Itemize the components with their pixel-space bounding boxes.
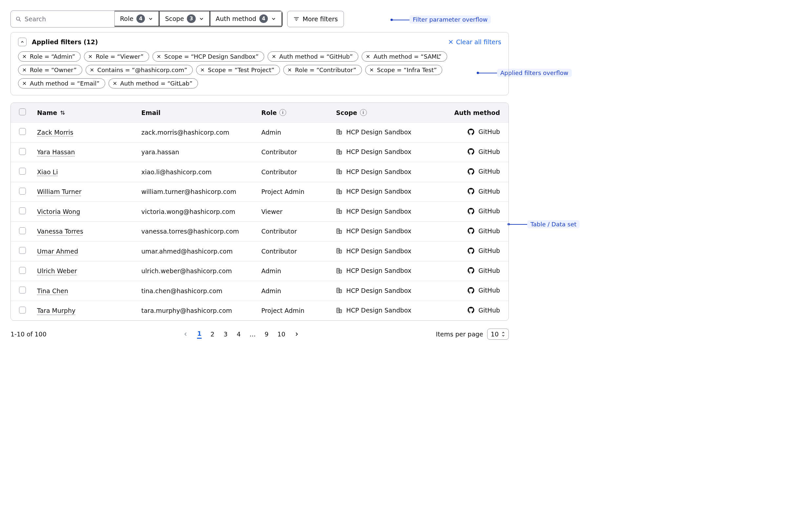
name-link[interactable]: Umar Ahmed bbox=[37, 248, 78, 255]
page-button[interactable]: 10 bbox=[277, 330, 285, 338]
applied-filters-panel: Applied filters (12) Clear all filters R… bbox=[11, 32, 509, 95]
info-icon: i bbox=[360, 109, 367, 116]
name-link[interactable]: Yara Hassan bbox=[37, 148, 75, 156]
svg-rect-48 bbox=[339, 171, 341, 174]
filter-chip[interactable]: Scope = “Test Project” bbox=[196, 65, 280, 75]
row-select-cell[interactable] bbox=[11, 162, 34, 182]
filter-chip[interactable]: Scope = “HCP Design Sandbox” bbox=[152, 52, 264, 62]
table-row: Zack Morriszack.morris@hashicorp.comAdmi… bbox=[11, 122, 508, 142]
filter-chip[interactable]: Role = “Owner” bbox=[18, 65, 82, 75]
cell-email: tara.murphy@hashicorp.com bbox=[138, 301, 258, 320]
row-select-cell[interactable] bbox=[11, 261, 34, 281]
filter-dropdown-scope[interactable]: Scope 3 bbox=[159, 11, 210, 26]
svg-rect-47 bbox=[337, 169, 339, 174]
name-link[interactable]: Ulrich Weber bbox=[37, 267, 77, 274]
filter-chip-label: Role = “Owner” bbox=[30, 66, 77, 73]
svg-rect-96 bbox=[337, 308, 339, 312]
select-all-header[interactable] bbox=[11, 103, 34, 122]
column-header-email[interactable]: Email bbox=[138, 103, 258, 122]
cell-name: Ulrich Weber bbox=[34, 261, 138, 281]
clear-all-filters-link[interactable]: Clear all filters bbox=[448, 38, 501, 45]
name-link[interactable]: Tara Murphy bbox=[37, 307, 75, 314]
name-link[interactable]: Tina Chen bbox=[37, 287, 68, 294]
row-select-cell[interactable] bbox=[11, 142, 34, 162]
cell-role: Admin bbox=[258, 122, 333, 142]
svg-rect-34 bbox=[339, 131, 341, 134]
cell-role: Contributor bbox=[258, 242, 333, 261]
filter-chip[interactable]: Auth method = “SAML” bbox=[362, 52, 447, 62]
applied-filters-title: Applied filters (12) bbox=[32, 38, 98, 45]
page-button[interactable]: 4 bbox=[236, 330, 241, 338]
filter-dropdown-auth-method[interactable]: Auth method 4 bbox=[210, 11, 282, 26]
filter-chip[interactable]: Auth method = “GitLab” bbox=[109, 78, 198, 89]
name-link[interactable]: Zack Morris bbox=[37, 129, 73, 136]
collapse-button[interactable] bbox=[18, 38, 26, 46]
page-button[interactable]: 3 bbox=[223, 330, 228, 338]
select-chevrons-icon bbox=[501, 331, 505, 337]
filter-chip[interactable]: Auth method = “Email” bbox=[18, 78, 105, 89]
close-icon bbox=[157, 54, 161, 59]
page-button[interactable]: 2 bbox=[210, 330, 215, 338]
cell-role: Project Admin bbox=[258, 182, 333, 202]
page-button[interactable]: 9 bbox=[264, 330, 269, 338]
row-select-cell[interactable] bbox=[11, 222, 34, 242]
column-header-auth[interactable]: Auth method bbox=[434, 103, 508, 122]
checkbox-icon bbox=[19, 307, 26, 314]
page-button[interactable]: 1 bbox=[197, 330, 202, 339]
cell-auth: GitHub bbox=[434, 261, 508, 281]
github-icon bbox=[468, 188, 474, 195]
row-select-cell[interactable] bbox=[11, 281, 34, 301]
filter-icon bbox=[293, 16, 299, 22]
filter-chip[interactable]: Role = “Contributor” bbox=[283, 65, 362, 75]
cell-auth: GitHub bbox=[434, 122, 508, 142]
table-row: William Turnerwilliam.turner@hashicorp.c… bbox=[11, 182, 508, 202]
name-link[interactable]: Xiao Li bbox=[37, 168, 58, 176]
row-select-cell[interactable] bbox=[11, 122, 34, 142]
row-select-cell[interactable] bbox=[11, 182, 34, 202]
name-link[interactable]: Victoria Wong bbox=[37, 208, 80, 215]
cell-scope: HCP Design Sandbox bbox=[333, 261, 434, 281]
close-icon bbox=[448, 39, 453, 44]
cell-role: Contributor bbox=[258, 162, 333, 182]
cell-role: Admin bbox=[258, 281, 333, 301]
cell-name: Tina Chen bbox=[34, 281, 138, 301]
filter-chip[interactable]: Contains = “@hashicorp.com” bbox=[86, 65, 193, 75]
search-field[interactable] bbox=[11, 11, 114, 27]
table-row: Tina Chentina.chen@hashicorp.comAdminHCP… bbox=[11, 281, 508, 301]
column-header-scope[interactable]: Scope i bbox=[333, 103, 434, 122]
filter-chip-label: Auth method = “GitHub” bbox=[279, 53, 353, 60]
pagination-nav: 1234…910 bbox=[183, 330, 300, 339]
filter-chip[interactable]: Scope = “Infra Test” bbox=[365, 65, 442, 75]
row-select-cell[interactable] bbox=[11, 301, 34, 320]
svg-rect-41 bbox=[339, 151, 341, 154]
column-header-name[interactable]: Name bbox=[34, 103, 138, 122]
name-link[interactable]: William Turner bbox=[37, 188, 81, 195]
close-icon bbox=[272, 54, 276, 59]
name-link[interactable]: Vanessa Torres bbox=[37, 228, 83, 235]
more-filters-button[interactable]: More filters bbox=[287, 11, 344, 27]
github-icon bbox=[468, 247, 474, 254]
column-header-role[interactable]: Role i bbox=[258, 103, 333, 122]
filter-chip[interactable]: Role = “Admin” bbox=[18, 52, 81, 62]
filter-bar-group: Role 4 Scope 3 Auth method 4 bbox=[11, 11, 283, 27]
table-row: Vanessa Torresvanessa.torres@hashicorp.c… bbox=[11, 222, 508, 242]
page-next-button[interactable] bbox=[294, 331, 300, 337]
cell-auth: GitHub bbox=[434, 242, 508, 261]
page-ellipsis: … bbox=[250, 330, 256, 338]
cell-auth: GitHub bbox=[434, 222, 508, 242]
search-input[interactable] bbox=[24, 15, 110, 23]
filter-dropdown-role[interactable]: Role 4 bbox=[114, 11, 159, 26]
table-row: Victoria Wongvictoria.wong@hashicorp.com… bbox=[11, 202, 508, 222]
github-icon bbox=[468, 128, 474, 135]
filter-chip[interactable]: Auth method = “GitHub” bbox=[268, 52, 358, 62]
items-per-page-select[interactable]: 10 bbox=[487, 328, 509, 340]
filter-chip[interactable]: Role = “Viewer” bbox=[84, 52, 149, 62]
row-select-cell[interactable] bbox=[11, 242, 34, 261]
cell-name: Xiao Li bbox=[34, 162, 138, 182]
page-prev-button[interactable] bbox=[183, 331, 188, 337]
table-row: Tara Murphytara.murphy@hashicorp.comProj… bbox=[11, 301, 508, 320]
cell-scope: HCP Design Sandbox bbox=[333, 162, 434, 182]
cell-auth: GitHub bbox=[434, 281, 508, 301]
row-select-cell[interactable] bbox=[11, 202, 34, 222]
cell-role: Project Admin bbox=[258, 301, 333, 320]
